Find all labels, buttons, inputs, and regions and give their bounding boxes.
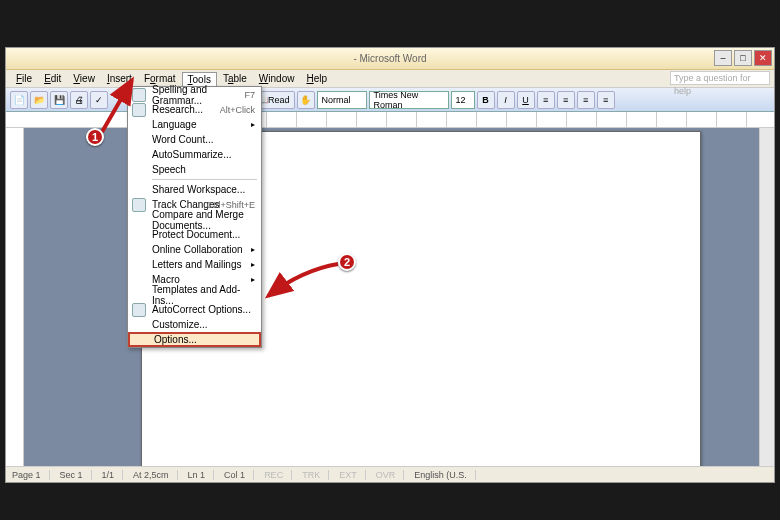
- help-search-input[interactable]: Type a question for help: [670, 71, 770, 85]
- track-icon: [132, 198, 146, 212]
- print-icon[interactable]: 🖨: [70, 91, 88, 109]
- menu-shared-workspace[interactable]: Shared Workspace...: [128, 182, 261, 197]
- status-ln: Ln 1: [188, 470, 215, 480]
- status-ovr: OVR: [376, 470, 405, 480]
- submenu-arrow-icon: ▸: [251, 260, 255, 269]
- autocorrect-icon: [132, 303, 146, 317]
- menu-autocorrect[interactable]: AutoCorrect Options...: [128, 302, 261, 317]
- status-bar: Page 1 Sec 1 1/1 At 2,5cm Ln 1 Col 1 REC…: [6, 466, 774, 482]
- bold-icon[interactable]: B: [477, 91, 495, 109]
- minimize-button[interactable]: –: [714, 50, 732, 66]
- window-controls: – □ ✕: [714, 50, 772, 66]
- status-lang: English (U.S.: [414, 470, 476, 480]
- hand-icon[interactable]: ✋: [297, 91, 315, 109]
- menu-online-collab[interactable]: Online Collaboration▸: [128, 242, 261, 257]
- save-icon[interactable]: 💾: [50, 91, 68, 109]
- arrow-1: [98, 76, 148, 140]
- status-pages: 1/1: [102, 470, 124, 480]
- maximize-button[interactable]: □: [734, 50, 752, 66]
- title-text: - Microsoft Word: [353, 53, 426, 64]
- menu-window[interactable]: Window: [253, 71, 301, 86]
- submenu-arrow-icon: ▸: [251, 120, 255, 129]
- align-center-icon[interactable]: ≡: [557, 91, 575, 109]
- menu-letters[interactable]: Letters and Mailings▸: [128, 257, 261, 272]
- menu-help[interactable]: Help: [300, 71, 333, 86]
- status-trk: TRK: [302, 470, 329, 480]
- menu-view[interactable]: View: [67, 71, 101, 86]
- menu-compare[interactable]: Compare and Merge Documents...: [128, 212, 261, 227]
- status-rec: REC: [264, 470, 292, 480]
- menu-templates[interactable]: Templates and Add-Ins...: [128, 287, 261, 302]
- title-bar: - Microsoft Word – □ ✕: [6, 48, 774, 70]
- menu-speech[interactable]: Speech: [128, 162, 261, 177]
- style-selector[interactable]: Normal: [317, 91, 367, 109]
- menu-separator: [152, 179, 257, 180]
- document-area: [6, 128, 774, 466]
- align-right-icon[interactable]: ≡: [577, 91, 595, 109]
- size-selector[interactable]: 12: [451, 91, 475, 109]
- arrow-2: [262, 260, 342, 304]
- vertical-ruler[interactable]: [6, 128, 24, 466]
- justify-icon[interactable]: ≡: [597, 91, 615, 109]
- menu-protect[interactable]: Protect Document...: [128, 227, 261, 242]
- menu-customize[interactable]: Customize...: [128, 317, 261, 332]
- menu-edit[interactable]: Edit: [38, 71, 67, 86]
- status-page: Page 1: [12, 470, 50, 480]
- align-left-icon[interactable]: ≡: [537, 91, 555, 109]
- underline-icon[interactable]: U: [517, 91, 535, 109]
- open-icon[interactable]: 📂: [30, 91, 48, 109]
- status-col: Col 1: [224, 470, 254, 480]
- font-selector[interactable]: Times New Roman: [369, 91, 449, 109]
- status-ext: EXT: [339, 470, 366, 480]
- status-sec: Sec 1: [60, 470, 92, 480]
- menu-options[interactable]: Options...: [128, 332, 261, 347]
- submenu-arrow-icon: ▸: [251, 245, 255, 254]
- status-at: At 2,5cm: [133, 470, 178, 480]
- menu-autosummarize[interactable]: AutoSummarize...: [128, 147, 261, 162]
- italic-icon[interactable]: I: [497, 91, 515, 109]
- menu-file[interactable]: File: [10, 71, 38, 86]
- vertical-scrollbar[interactable]: [759, 128, 774, 466]
- close-button[interactable]: ✕: [754, 50, 772, 66]
- new-doc-icon[interactable]: 📄: [10, 91, 28, 109]
- callout-1: 1: [86, 128, 104, 146]
- callout-2: 2: [338, 253, 356, 271]
